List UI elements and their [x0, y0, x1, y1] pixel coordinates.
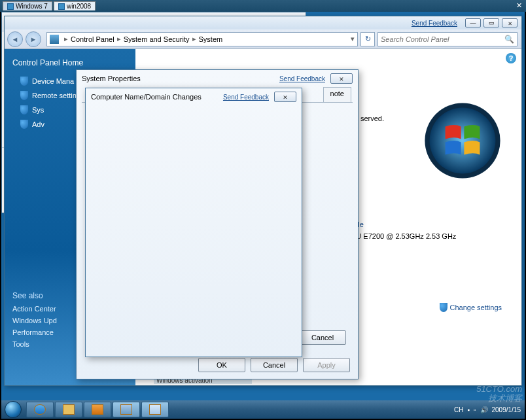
reserved-text: served. — [360, 114, 384, 122]
clock-date: 2009/1/15 — [492, 406, 521, 413]
system-properties-icon — [149, 404, 161, 415]
system-tray: CH ▪ ▫ 🔊 2009/1/15 — [454, 406, 525, 413]
computer-name-dialog: Computer Name/Domain Changes Send Feedba… — [85, 88, 302, 357]
close-button[interactable]: ⨉ — [274, 92, 296, 102]
cancel-button[interactable]: Cancel — [251, 358, 298, 372]
tray-network-icon[interactable]: ▫ — [474, 406, 476, 413]
shield-icon — [20, 105, 28, 114]
window-titlebar: Send Feedback — ▭ ⨉ — [5, 16, 521, 29]
back-button[interactable]: ◄ — [7, 31, 23, 47]
search-box[interactable]: 🔍 — [377, 32, 517, 46]
language-indicator[interactable]: CH — [454, 406, 463, 413]
minimize-button[interactable]: — — [465, 18, 481, 27]
address-toolbar: ◄ ► ▸ Control Panel ▸ System and Securit… — [5, 29, 521, 49]
start-button[interactable] — [1, 400, 25, 419]
windows-orb-icon — [5, 401, 22, 418]
help-icon[interactable]: ? — [506, 53, 516, 63]
shield-icon — [20, 120, 28, 129]
shield-icon — [20, 77, 28, 86]
send-feedback-link[interactable]: Send Feedback — [223, 94, 269, 101]
windows-logo-icon — [423, 101, 502, 180]
dialog-titlebar: Computer Name/Domain Changes Send Feedba… — [86, 88, 302, 105]
vm-tab-windows7[interactable]: Windows 7 — [3, 1, 52, 10]
search-icon: 🔍 — [504, 35, 514, 44]
taskbar-system-properties-window[interactable] — [141, 402, 169, 417]
ok-button[interactable]: OK — [198, 358, 245, 372]
taskbar: CH ▪ ▫ 🔊 2009/1/15 — [1, 400, 525, 419]
change-settings-label: Change settings — [450, 304, 502, 311]
folder-icon — [63, 404, 75, 415]
sidebar-item-label: Adv — [32, 120, 44, 128]
send-feedback-link[interactable]: Send Feedback — [279, 75, 325, 82]
crumb-control-panel[interactable]: Control Panel — [71, 35, 114, 43]
vm-tab-win2008[interactable]: win2008 — [54, 1, 96, 10]
dialog-title: System Properties — [82, 75, 141, 82]
taskbar-ie-button[interactable] — [26, 402, 54, 417]
cancel-button[interactable]: Cancel — [299, 330, 346, 345]
dialog-title: Computer Name/Domain Changes — [91, 93, 202, 101]
monitor-icon — [7, 3, 14, 10]
sidebar-item-label: Device Mana — [32, 77, 74, 85]
tab-remote[interactable]: note — [323, 87, 351, 102]
taskbar-clock[interactable]: 2009/1/15 — [492, 406, 521, 413]
vm-tab-label: Windows 7 — [16, 3, 48, 10]
search-input[interactable] — [381, 35, 504, 43]
control-panel-icon — [50, 35, 59, 44]
ie-icon — [34, 404, 46, 415]
desktop: Send Feedback — ▭ ⨉ ◄ ► ▸ Control Panel … — [1, 12, 525, 400]
shield-icon — [20, 91, 28, 100]
tray-sound-icon[interactable]: 🔊 — [480, 406, 488, 413]
system-icon — [120, 404, 132, 415]
cpu-info: PU E7200 @ 2.53GHz 2.53 GHz — [351, 232, 456, 240]
sidebar-item-label: Sys — [32, 106, 44, 114]
shield-icon — [440, 303, 447, 312]
change-settings-link[interactable]: Change settings — [440, 303, 502, 312]
vm-close-button[interactable]: ✕ — [514, 1, 523, 10]
taskbar-media-button[interactable] — [84, 402, 111, 417]
taskbar-explorer-button[interactable] — [55, 402, 82, 417]
sidebar-item-label: Remote settin — [32, 92, 77, 99]
media-player-icon — [92, 404, 103, 415]
dialog-titlebar: System Properties Send Feedback ⨉ — [77, 70, 358, 87]
vm-tab-label: win2008 — [67, 3, 91, 10]
crumb-system-security[interactable]: System and Security — [124, 35, 190, 43]
monitor-icon — [58, 3, 65, 10]
tray-flag-icon[interactable]: ▪ — [467, 406, 470, 413]
taskbar-system-window[interactable] — [113, 402, 140, 417]
crumb-system[interactable]: System — [199, 35, 223, 43]
vm-host-tabbar: Windows 7 win2008 ✕ — [0, 0, 526, 12]
close-button[interactable]: ⨉ — [330, 73, 353, 84]
forward-button[interactable]: ► — [26, 31, 41, 47]
svg-point-1 — [430, 108, 496, 174]
send-feedback-link[interactable]: Send Feedback — [412, 20, 457, 27]
close-button[interactable]: ⨉ — [502, 18, 517, 27]
maximize-button[interactable]: ▭ — [483, 18, 499, 27]
apply-button[interactable]: Apply — [303, 358, 350, 372]
refresh-button[interactable]: ↻ — [360, 32, 375, 46]
breadcrumb-bar[interactable]: ▸ Control Panel ▸ System and Security ▸ … — [46, 32, 358, 46]
